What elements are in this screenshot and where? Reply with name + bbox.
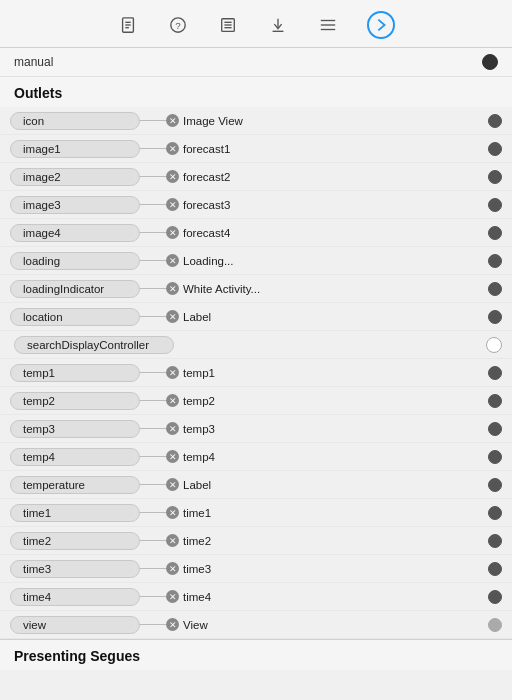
outlet-target: Loading... — [183, 255, 482, 267]
outlet-row: image2 ✕ forecast2 — [0, 163, 512, 191]
document-icon[interactable] — [117, 14, 139, 36]
help-icon[interactable]: ? — [167, 14, 189, 36]
outlet-circle[interactable] — [488, 198, 502, 212]
outlet-name-pill: location — [10, 308, 140, 326]
x-badge[interactable]: ✕ — [166, 562, 179, 575]
outlet-target: temp4 — [183, 451, 482, 463]
outlet-name-pill: temp2 — [10, 392, 140, 410]
outlet-name-pill: time2 — [10, 532, 140, 550]
outlet-name-pill: image4 — [10, 224, 140, 242]
x-badge[interactable]: ✕ — [166, 226, 179, 239]
x-badge[interactable]: ✕ — [166, 506, 179, 519]
x-badge[interactable]: ✕ — [166, 198, 179, 211]
outlet-target: Image View — [183, 115, 482, 127]
outlets-list: icon ✕ Image View image1 ✕ forecast1 ima… — [0, 107, 512, 639]
outlet-name-pill: view — [10, 616, 140, 634]
outlet-name-pill: time1 — [10, 504, 140, 522]
outlet-row: image4 ✕ forecast4 — [0, 219, 512, 247]
outlet-row: temp1 ✕ temp1 — [0, 359, 512, 387]
manual-label: manual — [14, 55, 53, 69]
lines-icon[interactable] — [317, 14, 339, 36]
outlet-row: image1 ✕ forecast1 — [0, 135, 512, 163]
x-badge[interactable]: ✕ — [166, 590, 179, 603]
outlet-target: temp1 — [183, 367, 482, 379]
outlets-header: Outlets — [0, 77, 512, 107]
x-badge[interactable]: ✕ — [166, 282, 179, 295]
svg-text:?: ? — [175, 19, 181, 30]
outlet-row: icon ✕ Image View — [0, 107, 512, 135]
go-icon[interactable] — [367, 11, 395, 39]
outlet-circle[interactable] — [488, 254, 502, 268]
outlet-target: time1 — [183, 507, 482, 519]
x-badge[interactable]: ✕ — [166, 450, 179, 463]
outlet-circle[interactable] — [488, 590, 502, 604]
outlet-circle[interactable] — [488, 450, 502, 464]
outlet-row: time1 ✕ time1 — [0, 499, 512, 527]
outlet-circle[interactable] — [488, 478, 502, 492]
outlet-name-pill: icon — [10, 112, 140, 130]
download-icon[interactable] — [267, 14, 289, 36]
outlet-target: temp3 — [183, 423, 482, 435]
outlet-circle[interactable] — [488, 394, 502, 408]
outlet-name-pill: temp1 — [10, 364, 140, 382]
outlet-row: temp4 ✕ temp4 — [0, 443, 512, 471]
outlet-name-pill: image3 — [10, 196, 140, 214]
outlet-target: Label — [183, 479, 482, 491]
x-badge[interactable]: ✕ — [166, 114, 179, 127]
outlet-target: View — [183, 619, 482, 631]
outlet-target: forecast4 — [183, 227, 482, 239]
x-badge[interactable]: ✕ — [166, 534, 179, 547]
x-badge[interactable]: ✕ — [166, 170, 179, 183]
outlet-target: forecast2 — [183, 171, 482, 183]
manual-row: manual — [0, 48, 512, 77]
outlet-row: temp2 ✕ temp2 — [0, 387, 512, 415]
outlet-name-pill: image2 — [10, 168, 140, 186]
toolbar: ? — [0, 0, 512, 48]
outlet-row: loading ✕ Loading... — [0, 247, 512, 275]
outlet-circle[interactable] — [488, 142, 502, 156]
outlet-circle[interactable] — [488, 506, 502, 520]
outlet-name-pill: searchDisplayController — [14, 336, 174, 354]
outlet-circle[interactable] — [488, 282, 502, 296]
manual-circle[interactable] — [482, 54, 498, 70]
outlet-circle[interactable] — [488, 562, 502, 576]
x-badge[interactable]: ✕ — [166, 310, 179, 323]
outlet-target: White Activity... — [183, 283, 482, 295]
outlet-circle[interactable] — [486, 337, 502, 353]
outlet-row: time2 ✕ time2 — [0, 527, 512, 555]
outlet-row: time4 ✕ time4 — [0, 583, 512, 611]
outlet-circle[interactable] — [488, 226, 502, 240]
outlet-circle[interactable] — [488, 534, 502, 548]
outlet-circle[interactable] — [488, 310, 502, 324]
outlet-name-pill: temp3 — [10, 420, 140, 438]
outlet-name-pill: temp4 — [10, 448, 140, 466]
outlet-target: Label — [183, 311, 482, 323]
outlet-row: time3 ✕ time3 — [0, 555, 512, 583]
outlet-circle[interactable] — [488, 618, 502, 632]
outlet-circle[interactable] — [488, 422, 502, 436]
outlet-circle[interactable] — [488, 170, 502, 184]
outlet-circle[interactable] — [488, 366, 502, 380]
outlet-row: location ✕ Label — [0, 303, 512, 331]
outlet-name-pill: loadingIndicator — [10, 280, 140, 298]
outlet-target: forecast1 — [183, 143, 482, 155]
x-badge[interactable]: ✕ — [166, 618, 179, 631]
outlet-target: forecast3 — [183, 199, 482, 211]
outlet-name-pill: loading — [10, 252, 140, 270]
x-badge[interactable]: ✕ — [166, 394, 179, 407]
outlet-circle[interactable] — [488, 114, 502, 128]
x-badge[interactable]: ✕ — [166, 142, 179, 155]
outlet-row: loadingIndicator ✕ White Activity... — [0, 275, 512, 303]
x-badge[interactable]: ✕ — [166, 366, 179, 379]
outlet-target: time4 — [183, 591, 482, 603]
x-badge[interactable]: ✕ — [166, 254, 179, 267]
outlet-name-pill: time3 — [10, 560, 140, 578]
x-badge[interactable]: ✕ — [166, 422, 179, 435]
outlet-target: time3 — [183, 563, 482, 575]
outlet-name-pill: time4 — [10, 588, 140, 606]
x-badge[interactable]: ✕ — [166, 478, 179, 491]
list-icon[interactable] — [217, 14, 239, 36]
outlet-row: image3 ✕ forecast3 — [0, 191, 512, 219]
outlet-row: temp3 ✕ temp3 — [0, 415, 512, 443]
presenting-segues-header: Presenting Segues — [0, 639, 512, 670]
